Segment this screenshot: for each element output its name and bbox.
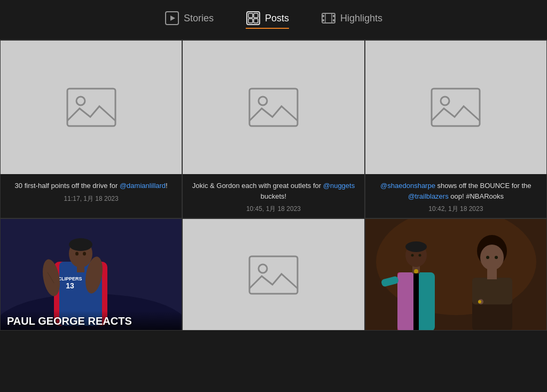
caption-plain-1: 30 first-half points off the drive for bbox=[15, 182, 120, 190]
two-people-graphic bbox=[365, 219, 546, 331]
svg-marker-1 bbox=[170, 15, 175, 21]
post-cell-5[interactable] bbox=[182, 218, 364, 331]
caption-link-3b[interactable]: @trailblazers bbox=[408, 192, 449, 200]
caption-time-2: 10:45, 1月 18 2023 bbox=[191, 205, 355, 214]
svg-rect-4 bbox=[254, 13, 258, 18]
caption-time-1: 11:17, 1月 18 2023 bbox=[9, 194, 173, 203]
svg-rect-8 bbox=[322, 15, 324, 17]
caption-link-3a[interactable]: @shaedonsharpe bbox=[380, 182, 435, 190]
tab-posts[interactable]: Posts bbox=[246, 11, 289, 29]
svg-point-45 bbox=[411, 254, 413, 257]
svg-point-44 bbox=[405, 241, 427, 252]
post-cell-6[interactable] bbox=[365, 218, 547, 331]
caption-plain-2: Jokic & Gordon each with great outlets f… bbox=[192, 182, 323, 190]
svg-rect-6 bbox=[254, 19, 258, 23]
post-caption-1: 30 first-half points off the drive for @… bbox=[1, 174, 182, 208]
image-placeholder-icon-5 bbox=[247, 254, 300, 296]
svg-point-57 bbox=[478, 300, 481, 303]
post-image-5 bbox=[183, 219, 364, 331]
svg-rect-55 bbox=[487, 269, 497, 279]
tab-stories[interactable]: Stories bbox=[165, 11, 214, 29]
svg-text:CLIPPERS: CLIPPERS bbox=[58, 276, 82, 281]
svg-point-46 bbox=[418, 254, 421, 257]
caption-mid-3: shows off the BOUNCE for the bbox=[435, 182, 532, 190]
svg-point-29 bbox=[69, 238, 92, 251]
tab-highlights[interactable]: Highlights bbox=[321, 11, 382, 29]
svg-rect-34 bbox=[249, 256, 298, 294]
play-square-icon bbox=[165, 11, 179, 26]
caption-text-3: @shaedonsharpe shows off the BOUNCE for … bbox=[374, 181, 538, 201]
post-cell-1[interactable]: 30 first-half points off the drive for @… bbox=[0, 40, 182, 218]
svg-point-52 bbox=[480, 245, 504, 270]
svg-rect-7 bbox=[322, 13, 335, 23]
svg-rect-41 bbox=[413, 272, 419, 331]
svg-point-30 bbox=[75, 252, 79, 256]
svg-text:13: 13 bbox=[66, 281, 74, 290]
caption-suffix-3: oop! #NBARooks bbox=[449, 192, 504, 200]
stories-label: Stories bbox=[184, 13, 214, 24]
svg-point-19 bbox=[441, 97, 449, 105]
post-image-2 bbox=[183, 41, 364, 174]
post-image-3 bbox=[365, 41, 546, 174]
svg-point-31 bbox=[83, 252, 86, 256]
image-placeholder-icon-2 bbox=[247, 86, 300, 129]
caption-link-1[interactable]: @damianlillard bbox=[120, 182, 166, 190]
grid-square-icon bbox=[246, 11, 261, 26]
svg-rect-40 bbox=[397, 272, 413, 331]
svg-rect-16 bbox=[249, 89, 298, 126]
image-placeholder-icon-3 bbox=[429, 86, 482, 129]
post-cell-4[interactable]: CLIPPERS 13 PAUL GEORGE REACTS bbox=[0, 218, 182, 331]
posts-label: Posts bbox=[265, 13, 289, 24]
post-caption-2: Jokic & Gordon each with great outlets f… bbox=[183, 174, 364, 218]
svg-point-48 bbox=[414, 269, 418, 273]
navigation-bar: Stories Posts Highlights bbox=[0, 0, 547, 40]
svg-point-54 bbox=[495, 256, 498, 259]
svg-point-35 bbox=[259, 264, 267, 273]
svg-rect-9 bbox=[322, 19, 324, 21]
image-placeholder-icon bbox=[65, 86, 118, 129]
post-image-two-people bbox=[365, 219, 546, 331]
caption-text-1: 30 first-half points off the drive for @… bbox=[9, 181, 173, 191]
post-cell-2[interactable]: Jokic & Gordon each with great outlets f… bbox=[182, 40, 364, 218]
svg-rect-14 bbox=[67, 89, 115, 126]
post-image-paul-george: CLIPPERS 13 PAUL GEORGE REACTS bbox=[1, 219, 182, 331]
posts-grid: 30 first-half points off the drive for @… bbox=[0, 40, 547, 331]
caption-link-2[interactable]: @nuggets bbox=[323, 182, 355, 190]
film-strip-icon bbox=[321, 11, 336, 26]
svg-point-15 bbox=[76, 97, 85, 105]
post-cell-3[interactable]: @shaedonsharpe shows off the BOUNCE for … bbox=[365, 40, 547, 218]
caption-suffix-1: ! bbox=[166, 182, 168, 190]
svg-point-17 bbox=[259, 97, 267, 105]
svg-rect-18 bbox=[432, 89, 480, 126]
caption-text-2: Jokic & Gordon each with great outlets f… bbox=[191, 181, 355, 201]
caption-time-3: 10:42, 1月 18 2023 bbox=[374, 205, 538, 214]
svg-rect-50 bbox=[472, 278, 512, 304]
svg-point-53 bbox=[486, 256, 489, 259]
svg-rect-11 bbox=[333, 19, 335, 21]
svg-rect-3 bbox=[248, 13, 253, 18]
svg-rect-32 bbox=[77, 266, 84, 272]
paul-george-title: PAUL GEORGE REACTS bbox=[7, 315, 175, 327]
svg-rect-10 bbox=[333, 15, 335, 17]
svg-rect-5 bbox=[248, 19, 253, 23]
post-caption-3: @shaedonsharpe shows off the BOUNCE for … bbox=[365, 174, 546, 218]
post-image-1 bbox=[1, 41, 182, 174]
caption-suffix-2: buckets! bbox=[261, 192, 286, 200]
highlights-label: Highlights bbox=[340, 13, 382, 24]
